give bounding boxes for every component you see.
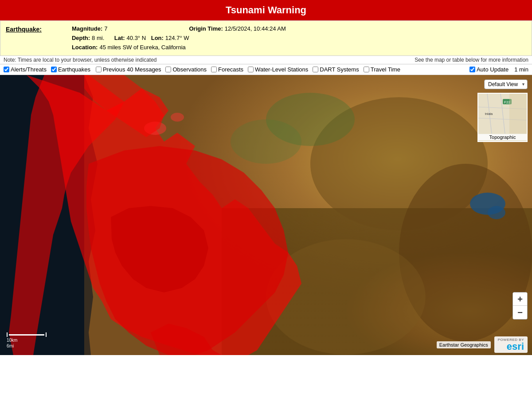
magnitude-value: 7 — [104, 24, 107, 34]
note-left: Note: Times are local to your browser, u… — [4, 57, 157, 63]
forecasts-label: Forecasts — [218, 66, 243, 73]
origin-time-value: 12/5/2024, 10:44:24 AM — [225, 24, 286, 34]
header-title: Tsunami Warning — [226, 4, 306, 16]
svg-rect-20 — [509, 94, 528, 134]
attribution: Earthstar Geographics POWERED BY esri — [437, 336, 528, 353]
earthquakes-checkbox-item[interactable]: Earthquakes — [51, 66, 90, 73]
scale-bar: 10km 6mi — [7, 332, 47, 348]
origin-time-label: Origin Time: — [189, 24, 223, 34]
travel-time-checkbox-item[interactable]: Travel Time — [364, 66, 400, 73]
tsunami-red-overlay — [0, 75, 532, 355]
depth-label: Depth: — [72, 34, 90, 43]
svg-text:tnlata: tnlata — [485, 112, 493, 115]
earthquake-section-label: Earthquake: — [6, 24, 42, 34]
observations-checkbox-item[interactable]: Observations — [165, 66, 207, 73]
topo-thumbnail-image: F22 tnlata — [478, 94, 528, 134]
travel-time-label: Travel Time — [371, 66, 400, 73]
zoom-controls: + − — [512, 292, 528, 320]
previous40-checkbox[interactable] — [96, 67, 102, 72]
magnitude-label: Magnitude: — [72, 24, 102, 34]
auto-update-section: Auto Update 1 min — [469, 66, 528, 73]
esri-logo: esri — [507, 342, 524, 352]
lat-value: 40.3° N — [127, 34, 146, 43]
previous40-label: Previous 40 Messages — [103, 66, 161, 73]
scale-label-km: 10km — [7, 338, 17, 343]
topo-label: Topographic — [478, 134, 527, 140]
earthstar-attribution: Earthstar Geographics — [437, 341, 491, 348]
esri-badge: POWERED BY esri — [494, 336, 528, 353]
view-dropdown-wrapper[interactable]: Default View Topographic Satellite Stree… — [484, 79, 528, 89]
zoom-in-button[interactable]: + — [513, 292, 527, 306]
checkbox-bar: Alerts/Threats Earthquakes Previous 40 M… — [0, 64, 532, 75]
depth-value: 8 mi. — [92, 34, 104, 43]
earthquakes-label: Earthquakes — [58, 66, 90, 73]
auto-update-interval: 1 min — [514, 66, 528, 73]
view-dropdown[interactable]: Default View Topographic Satellite Stree… — [484, 79, 528, 89]
lon-value: 124.7° W — [165, 34, 189, 43]
dart-systems-label: DART Systems — [320, 66, 359, 73]
topo-thumbnail[interactable]: F22 tnlata Topographic — [477, 93, 528, 142]
map-container[interactable]: Default View Topographic Satellite Stree… — [0, 75, 532, 355]
location-value: 45 miles SW of Eureka, California — [99, 43, 185, 52]
note-bar: Note: Times are local to your browser, u… — [0, 56, 532, 64]
alerts-threats-checkbox[interactable] — [4, 67, 9, 72]
dart-systems-checkbox[interactable] — [313, 67, 318, 72]
water-level-checkbox-item[interactable]: Water-Level Stations — [248, 66, 308, 73]
forecasts-checkbox[interactable] — [211, 67, 217, 72]
location-label: Location: — [72, 43, 98, 52]
earthquakes-checkbox[interactable] — [51, 67, 57, 72]
alerts-threats-checkbox-item[interactable]: Alerts/Threats — [4, 66, 47, 73]
forecasts-checkbox-item[interactable]: Forecasts — [211, 66, 243, 73]
dart-systems-checkbox-item[interactable]: DART Systems — [313, 66, 359, 73]
alerts-threats-label: Alerts/Threats — [11, 66, 47, 73]
auto-update-checkbox-item[interactable]: Auto Update — [469, 66, 509, 73]
map-view-selector[interactable]: Default View Topographic Satellite Stree… — [484, 79, 528, 89]
travel-time-checkbox[interactable] — [364, 67, 369, 72]
auto-update-label: Auto Update — [477, 66, 509, 73]
zoom-out-button[interactable]: − — [513, 306, 527, 319]
water-level-checkbox[interactable] — [248, 67, 254, 72]
observations-label: Observations — [172, 66, 207, 73]
earthquake-info-panel: Earthquake: Magnitude: 7 Origin Time: 12… — [0, 20, 532, 56]
tsunami-warning-header: Tsunami Warning — [0, 0, 532, 20]
lon-label: Lon: — [151, 34, 164, 43]
previous40-checkbox-item[interactable]: Previous 40 Messages — [96, 66, 161, 73]
svg-point-11 — [171, 113, 184, 122]
observations-checkbox[interactable] — [165, 67, 171, 72]
water-level-label: Water-Level Stations — [255, 66, 308, 73]
scale-label-mi: 6mi — [7, 344, 14, 348]
lat-label: Lat: — [114, 34, 125, 43]
note-right: See the map or table below for more info… — [415, 57, 528, 63]
auto-update-checkbox[interactable] — [469, 67, 475, 72]
